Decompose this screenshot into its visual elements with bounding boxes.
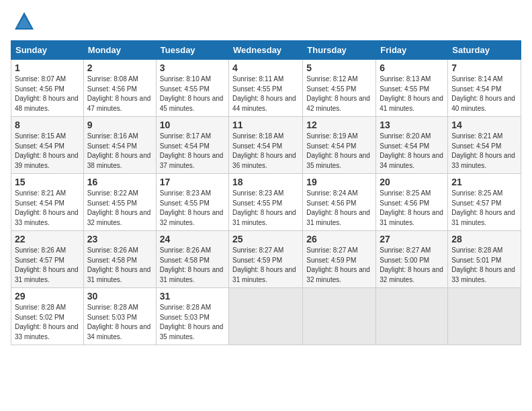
day-number: 26 <box>306 234 372 244</box>
calendar-cell <box>229 288 303 345</box>
calendar-cell: 7 Sunrise: 8:14 AM Sunset: 4:54 PM Dayli… <box>448 60 521 117</box>
day-number: 30 <box>87 291 152 302</box>
day-detail: Sunrise: 8:28 AM Sunset: 5:02 PM Dayligh… <box>15 303 80 342</box>
calendar-cell: 2 Sunrise: 8:08 AM Sunset: 4:56 PM Dayli… <box>83 60 156 117</box>
day-detail: Sunrise: 8:23 AM Sunset: 4:55 PM Dayligh… <box>160 189 225 228</box>
calendar-week-5: 29 Sunrise: 8:28 AM Sunset: 5:02 PM Dayl… <box>11 288 521 345</box>
day-detail: Sunrise: 8:28 AM Sunset: 5:03 PM Dayligh… <box>160 303 225 342</box>
calendar-cell: 19 Sunrise: 8:24 AM Sunset: 4:56 PM Dayl… <box>303 174 376 231</box>
calendar-week-3: 15 Sunrise: 8:21 AM Sunset: 4:54 PM Dayl… <box>11 174 521 231</box>
calendar-cell: 25 Sunrise: 8:27 AM Sunset: 4:59 PM Dayl… <box>229 231 303 288</box>
day-number: 3 <box>160 62 225 73</box>
day-number: 19 <box>306 177 372 187</box>
day-number: 11 <box>232 120 299 130</box>
day-number: 29 <box>15 291 80 302</box>
day-detail: Sunrise: 8:13 AM Sunset: 4:55 PM Dayligh… <box>380 75 444 113</box>
day-detail: Sunrise: 8:10 AM Sunset: 4:55 PM Dayligh… <box>160 75 225 113</box>
weekday-header-thursday: Thursday <box>303 41 376 60</box>
calendar-cell: 11 Sunrise: 8:18 AM Sunset: 4:54 PM Dayl… <box>229 117 303 174</box>
day-detail: Sunrise: 8:16 AM Sunset: 4:54 PM Dayligh… <box>87 132 152 171</box>
calendar-cell: 9 Sunrise: 8:16 AM Sunset: 4:54 PM Dayli… <box>83 117 156 174</box>
calendar-cell: 21 Sunrise: 8:25 AM Sunset: 4:57 PM Dayl… <box>448 174 521 231</box>
day-number: 8 <box>15 120 80 130</box>
day-detail: Sunrise: 8:27 AM Sunset: 4:59 PM Dayligh… <box>306 246 372 285</box>
calendar-cell: 15 Sunrise: 8:21 AM Sunset: 4:54 PM Dayl… <box>11 174 84 231</box>
calendar-cell: 10 Sunrise: 8:17 AM Sunset: 4:54 PM Dayl… <box>156 117 228 174</box>
weekday-header-monday: Monday <box>83 41 156 60</box>
calendar-header-row: SundayMondayTuesdayWednesdayThursdayFrid… <box>11 41 521 60</box>
calendar-cell: 18 Sunrise: 8:23 AM Sunset: 4:55 PM Dayl… <box>229 174 303 231</box>
day-number: 22 <box>15 234 80 244</box>
day-detail: Sunrise: 8:26 AM Sunset: 4:58 PM Dayligh… <box>160 246 225 285</box>
day-number: 18 <box>232 177 299 187</box>
day-detail: Sunrise: 8:27 AM Sunset: 5:00 PM Dayligh… <box>380 246 444 285</box>
day-detail: Sunrise: 8:14 AM Sunset: 4:54 PM Dayligh… <box>451 75 517 113</box>
calendar-cell <box>303 288 376 345</box>
calendar-cell: 14 Sunrise: 8:21 AM Sunset: 4:54 PM Dayl… <box>448 117 521 174</box>
day-detail: Sunrise: 8:19 AM Sunset: 4:54 PM Dayligh… <box>306 132 372 171</box>
day-detail: Sunrise: 8:21 AM Sunset: 4:54 PM Dayligh… <box>451 132 517 171</box>
calendar-cell: 6 Sunrise: 8:13 AM Sunset: 4:55 PM Dayli… <box>376 60 448 117</box>
day-number: 28 <box>451 234 517 244</box>
calendar-cell: 1 Sunrise: 8:07 AM Sunset: 4:56 PM Dayli… <box>11 60 84 117</box>
day-number: 21 <box>451 177 517 187</box>
day-number: 1 <box>15 62 80 73</box>
calendar-cell: 13 Sunrise: 8:20 AM Sunset: 4:54 PM Dayl… <box>376 117 448 174</box>
calendar-cell: 27 Sunrise: 8:27 AM Sunset: 5:00 PM Dayl… <box>376 231 448 288</box>
day-detail: Sunrise: 8:25 AM Sunset: 4:57 PM Dayligh… <box>451 189 517 228</box>
day-detail: Sunrise: 8:11 AM Sunset: 4:55 PM Dayligh… <box>232 75 299 113</box>
day-number: 13 <box>380 120 444 130</box>
page-header <box>11 11 521 32</box>
day-number: 25 <box>232 234 299 244</box>
calendar-week-1: 1 Sunrise: 8:07 AM Sunset: 4:56 PM Dayli… <box>11 60 521 117</box>
day-number: 17 <box>160 177 225 187</box>
calendar-cell <box>376 288 448 345</box>
day-detail: Sunrise: 8:12 AM Sunset: 4:55 PM Dayligh… <box>306 75 372 113</box>
day-number: 7 <box>451 62 517 73</box>
day-number: 27 <box>380 234 444 244</box>
day-number: 15 <box>15 177 80 187</box>
day-detail: Sunrise: 8:27 AM Sunset: 4:59 PM Dayligh… <box>232 246 299 285</box>
calendar-cell: 16 Sunrise: 8:22 AM Sunset: 4:55 PM Dayl… <box>83 174 156 231</box>
day-number: 31 <box>160 291 225 302</box>
calendar-cell: 28 Sunrise: 8:28 AM Sunset: 5:01 PM Dayl… <box>448 231 521 288</box>
calendar-cell: 4 Sunrise: 8:11 AM Sunset: 4:55 PM Dayli… <box>229 60 303 117</box>
day-number: 5 <box>306 62 372 73</box>
calendar-cell: 26 Sunrise: 8:27 AM Sunset: 4:59 PM Dayl… <box>303 231 376 288</box>
day-detail: Sunrise: 8:15 AM Sunset: 4:54 PM Dayligh… <box>15 132 80 171</box>
weekday-header-wednesday: Wednesday <box>229 41 303 60</box>
day-detail: Sunrise: 8:23 AM Sunset: 4:55 PM Dayligh… <box>232 189 299 228</box>
calendar-week-4: 22 Sunrise: 8:26 AM Sunset: 4:57 PM Dayl… <box>11 231 521 288</box>
day-detail: Sunrise: 8:25 AM Sunset: 4:56 PM Dayligh… <box>380 189 444 228</box>
day-number: 20 <box>380 177 444 187</box>
calendar-cell <box>448 288 521 345</box>
weekday-header-tuesday: Tuesday <box>156 41 228 60</box>
day-detail: Sunrise: 8:28 AM Sunset: 5:03 PM Dayligh… <box>87 303 152 342</box>
calendar-cell: 8 Sunrise: 8:15 AM Sunset: 4:54 PM Dayli… <box>11 117 84 174</box>
day-number: 24 <box>160 234 225 244</box>
day-detail: Sunrise: 8:26 AM Sunset: 4:57 PM Dayligh… <box>15 246 80 285</box>
day-detail: Sunrise: 8:17 AM Sunset: 4:54 PM Dayligh… <box>160 132 225 171</box>
day-detail: Sunrise: 8:21 AM Sunset: 4:54 PM Dayligh… <box>15 189 80 228</box>
day-number: 9 <box>87 120 152 130</box>
day-number: 4 <box>232 62 299 73</box>
day-detail: Sunrise: 8:07 AM Sunset: 4:56 PM Dayligh… <box>15 75 80 113</box>
calendar-cell: 29 Sunrise: 8:28 AM Sunset: 5:02 PM Dayl… <box>11 288 84 345</box>
day-detail: Sunrise: 8:18 AM Sunset: 4:54 PM Dayligh… <box>232 132 299 171</box>
day-number: 6 <box>380 62 444 73</box>
day-detail: Sunrise: 8:22 AM Sunset: 4:55 PM Dayligh… <box>87 189 152 228</box>
calendar-cell: 5 Sunrise: 8:12 AM Sunset: 4:55 PM Dayli… <box>303 60 376 117</box>
calendar-body: 1 Sunrise: 8:07 AM Sunset: 4:56 PM Dayli… <box>11 60 521 345</box>
calendar-week-2: 8 Sunrise: 8:15 AM Sunset: 4:54 PM Dayli… <box>11 117 521 174</box>
logo <box>11 11 35 32</box>
calendar-cell: 30 Sunrise: 8:28 AM Sunset: 5:03 PM Dayl… <box>83 288 156 345</box>
logo-icon <box>13 11 35 32</box>
day-detail: Sunrise: 8:24 AM Sunset: 4:56 PM Dayligh… <box>306 189 372 228</box>
day-number: 16 <box>87 177 152 187</box>
day-detail: Sunrise: 8:20 AM Sunset: 4:54 PM Dayligh… <box>380 132 444 171</box>
day-detail: Sunrise: 8:28 AM Sunset: 5:01 PM Dayligh… <box>451 246 517 285</box>
calendar-cell: 3 Sunrise: 8:10 AM Sunset: 4:55 PM Dayli… <box>156 60 228 117</box>
day-number: 23 <box>87 234 152 244</box>
calendar-cell: 24 Sunrise: 8:26 AM Sunset: 4:58 PM Dayl… <box>156 231 228 288</box>
day-number: 2 <box>87 62 152 73</box>
